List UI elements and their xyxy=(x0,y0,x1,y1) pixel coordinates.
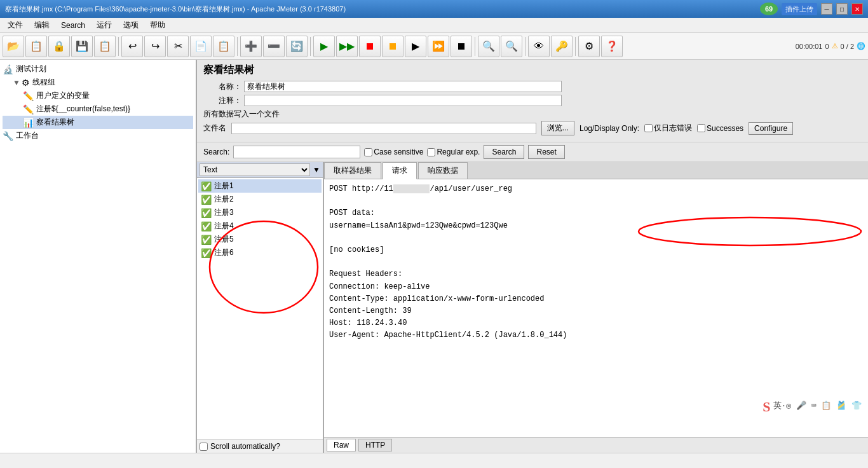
tab-response-data[interactable]: 响应数据 xyxy=(418,162,468,179)
content-line6: [no cookies] xyxy=(329,244,863,256)
content-line4: username=LisaAn1&pwd=123Qwe&cpwd=123Qwe xyxy=(329,220,863,232)
toolbar-stop[interactable]: ⏹ xyxy=(359,36,381,57)
toolbar-sep3 xyxy=(310,37,311,56)
toolbar-key[interactable]: 🔑 xyxy=(551,36,573,57)
sidebar-item-thread-group[interactable]: ▼ ⚙ 线程组 xyxy=(3,76,193,89)
filename-input[interactable] xyxy=(231,123,536,134)
regular-exp-checkbox[interactable] xyxy=(427,148,435,156)
toolbar-toggle[interactable]: 🔄 xyxy=(286,36,308,57)
right-panel: 察看结果树 名称： 注释： 所有数据写入一个文件 文件名 浏览... Log/D… xyxy=(197,60,868,453)
case-sensitive-label: Case sensitive xyxy=(364,148,423,156)
sidebar-item-register[interactable]: ✏️ 注册${__counter(false,test)} xyxy=(3,102,193,116)
toolbar-view[interactable]: 👁 xyxy=(528,36,550,57)
case-sensitive-checkbox[interactable] xyxy=(364,148,372,156)
content-line9: Connection: keep-alive xyxy=(329,281,863,293)
toolbar-paste[interactable]: 📋 xyxy=(213,36,234,57)
toolbar-new[interactable]: 📂 xyxy=(3,36,24,57)
successes-checkbox[interactable] xyxy=(697,124,705,132)
sidebar-item-user-vars[interactable]: ✏️ 用户定义的变量 xyxy=(3,89,193,102)
user-vars-label: 用户定义的变量 xyxy=(36,90,90,101)
menu-edit[interactable]: 编辑 xyxy=(29,18,55,32)
result-item[interactable]: ✅ 注册4 xyxy=(198,219,322,233)
toolbar-stop-now[interactable]: ⏹ xyxy=(382,36,403,57)
minimize-button[interactable]: ─ xyxy=(821,3,832,15)
reset-button[interactable]: Reset xyxy=(528,145,564,159)
result-item[interactable]: ✅ 注册3 xyxy=(198,206,322,219)
errors-only-checkbox[interactable] xyxy=(644,124,653,132)
search-input[interactable] xyxy=(233,146,360,158)
bottom-tabs: Raw HTTP xyxy=(324,437,868,453)
sidebar-item-view-results[interactable]: 📊 察看结果树 xyxy=(3,116,193,129)
toolbar-clear-all[interactable]: 🔍 xyxy=(501,36,522,57)
toolbar-collapse[interactable]: ➖ xyxy=(263,36,285,57)
scroll-auto-label: Scroll automatically? xyxy=(210,442,280,451)
toolbar-save[interactable]: 💾 xyxy=(71,36,93,57)
filename-area: 文件名 浏览... Log/Display Only: 仅日志错误 Succes… xyxy=(203,121,862,135)
result-item[interactable]: ✅ 注册1 xyxy=(198,179,322,193)
sidebar-item-workbench[interactable]: 🔧 工作台 xyxy=(3,129,193,142)
toolbar-remote-stop[interactable]: ⏹ xyxy=(451,36,472,57)
menu-options[interactable]: 选项 xyxy=(118,18,144,32)
watermark: S 英·◎ 🎤 ⌨ 📋 🎽 👕 xyxy=(763,396,862,418)
comment-input[interactable] xyxy=(244,95,562,106)
bottom-tab-raw[interactable]: Raw xyxy=(327,439,356,451)
menu-run[interactable]: 运行 xyxy=(92,18,117,32)
toolbar-remote-start-all[interactable]: ⏩ xyxy=(428,36,449,57)
result-item[interactable]: ✅ 注册6 xyxy=(198,246,322,259)
name-input[interactable] xyxy=(244,81,562,92)
timer-display: 00:00:01 xyxy=(796,43,823,50)
result-item-label: 注册5 xyxy=(214,234,234,245)
result-item-label: 注册6 xyxy=(214,247,234,258)
toolbar: 📂 📋 🔒 💾 📋 ↩ ↪ ✂ 📄 📋 ➕ ➖ 🔄 ▶ ▶▶ ⏹ ⏹ ▶ ⏩ ⏹… xyxy=(0,33,868,60)
menu-help[interactable]: 帮助 xyxy=(145,18,170,32)
content-line12: Host: 118.24.3.40 xyxy=(329,317,863,329)
search-button[interactable]: Search xyxy=(484,145,524,159)
menu-file[interactable]: 文件 xyxy=(3,18,28,32)
error-count: 0 / 2 xyxy=(841,43,854,50)
configure-button[interactable]: Configure xyxy=(749,122,793,135)
scroll-auto-checkbox[interactable] xyxy=(200,443,208,451)
success-icon: ✅ xyxy=(201,181,212,191)
sidebar-item-test-plan[interactable]: 🔬 测试计划 xyxy=(3,62,193,76)
toolbar-remote-start[interactable]: ▶ xyxy=(405,36,426,57)
status-indicator: 69 xyxy=(760,3,778,15)
result-item[interactable]: ✅ 注册2 xyxy=(198,193,322,206)
toolbar-cut[interactable]: ✂ xyxy=(167,36,189,57)
result-item[interactable]: ✅ 注册5 xyxy=(198,233,322,246)
search-label: Search: xyxy=(203,148,229,156)
toolbar-save2[interactable]: 📋 xyxy=(94,36,116,57)
maximize-button[interactable]: □ xyxy=(836,3,848,15)
toolbar-help[interactable]: ❓ xyxy=(601,36,623,57)
toolbar-undo[interactable]: ↩ xyxy=(121,36,143,57)
toolbar-clear[interactable]: 🔍 xyxy=(478,36,499,57)
log-display-label: Log/Display Only: xyxy=(580,124,639,133)
toolbar-expand[interactable]: ➕ xyxy=(240,36,262,57)
toolbar-start-no-pause[interactable]: ▶▶ xyxy=(336,36,358,57)
successes-label: Successes xyxy=(697,124,743,133)
comment-row: 注释： xyxy=(203,95,862,106)
content-line8: Request Headers: xyxy=(329,268,863,280)
tab-sampler-results[interactable]: 取样器结果 xyxy=(324,162,381,179)
results-items-list: ✅ 注册1 ✅ 注册2 ✅ 注册3 ✅ 注册4 xyxy=(197,178,323,439)
close-button[interactable]: ✕ xyxy=(851,3,863,15)
toolbar-start[interactable]: ▶ xyxy=(313,36,335,57)
regular-exp-label: Regular exp. xyxy=(427,148,480,156)
bottom-tab-http[interactable]: HTTP xyxy=(358,439,392,451)
content-line10: Content-Type: application/x-www-form-url… xyxy=(329,293,863,305)
watermark-s: S xyxy=(763,396,770,418)
browse-button[interactable]: 浏览... xyxy=(541,121,574,135)
thread-group-label: 线程组 xyxy=(32,77,55,88)
tab-request[interactable]: 请求 xyxy=(383,162,417,179)
toolbar-templates[interactable]: 📋 xyxy=(25,36,47,57)
results-dropdown[interactable]: Text HTML XML JSON xyxy=(200,163,310,176)
toolbar-copy[interactable]: 📄 xyxy=(190,36,212,57)
toolbar-settings[interactable]: ⚙ xyxy=(578,36,600,57)
file-section-label: 所有数据写入一个文件 xyxy=(203,109,862,120)
detail-tabs: 取样器结果 请求 响应数据 xyxy=(324,162,868,179)
toolbar-status: 00:00:01 0 ⚠ 0 / 2 🌐 xyxy=(796,42,865,50)
toolbar-lock[interactable]: 🔒 xyxy=(48,36,70,57)
toolbar-redo[interactable]: ↪ xyxy=(144,36,166,57)
menu-search[interactable]: Search xyxy=(56,20,90,31)
success-icon: ✅ xyxy=(201,221,212,231)
content-line1: POST http://11xxxxxxxx/api/user/user_reg xyxy=(329,183,863,195)
